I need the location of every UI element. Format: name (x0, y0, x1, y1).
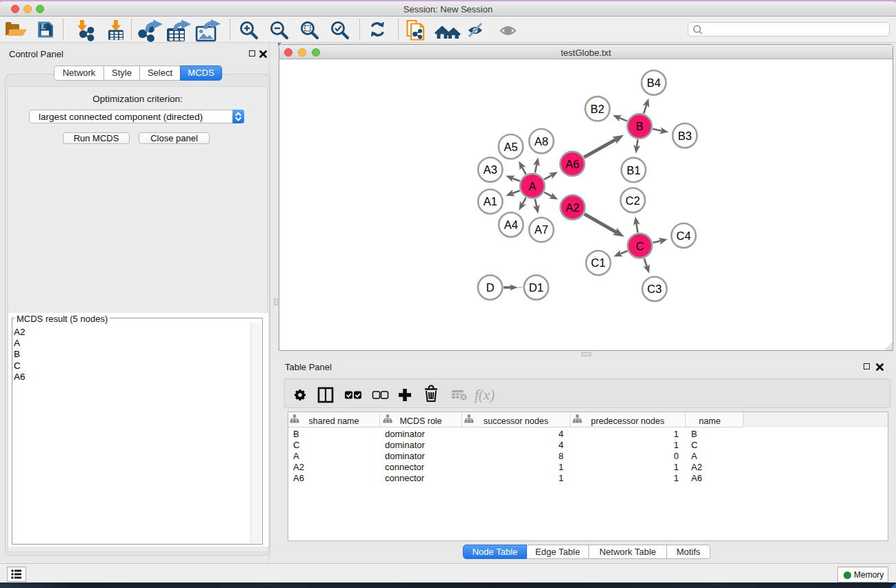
svg-text:D: D (486, 281, 495, 294)
svg-text:A5: A5 (504, 141, 517, 153)
svg-text:A4: A4 (504, 219, 518, 231)
svg-text:A6: A6 (566, 158, 579, 170)
svg-text:A: A (528, 180, 536, 192)
svg-text:B4: B4 (647, 77, 661, 89)
svg-text:B1: B1 (626, 164, 640, 176)
svg-text:A2: A2 (566, 201, 579, 214)
svg-text:C2: C2 (626, 194, 640, 207)
svg-text:A7: A7 (535, 223, 548, 236)
svg-text:A1: A1 (484, 195, 497, 207)
svg-text:f(x): f(x) (475, 387, 495, 403)
svg-text:C3: C3 (647, 283, 661, 295)
svg-text:C: C (636, 240, 644, 252)
svg-text:B: B (636, 120, 644, 132)
svg-text:A3: A3 (484, 163, 497, 176)
svg-text:C4: C4 (677, 230, 691, 242)
svg-text:C1: C1 (591, 256, 606, 269)
svg-text:B3: B3 (678, 130, 692, 142)
svg-text:A8: A8 (535, 135, 548, 148)
svg-text:B2: B2 (590, 103, 604, 115)
svg-text:D1: D1 (529, 281, 544, 294)
